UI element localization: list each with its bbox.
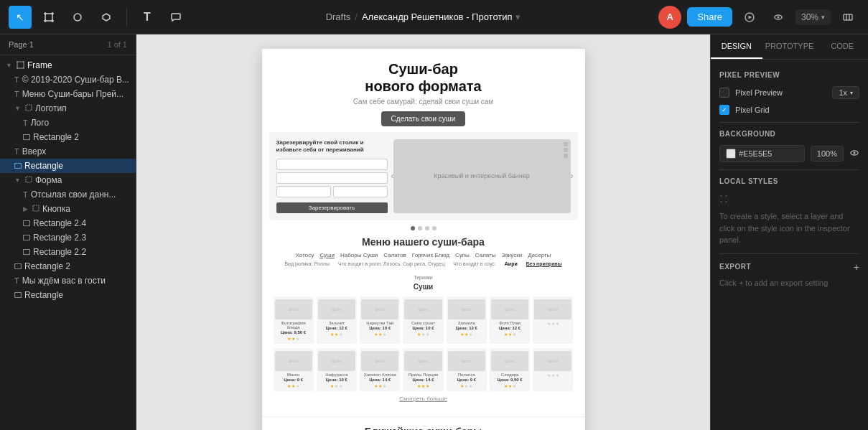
layer-frame[interactable]: ▼ Frame [0,58,136,73]
layer-rectangle[interactable]: Rectangle [0,159,136,173]
menu-filter: Вид ролика: Роллы Что входит в ролл: Лос… [274,261,574,280]
visibility-button[interactable] [849,148,859,160]
menu-nav: Хотосу Суши Наборы Суши Салатов Горячих … [274,252,574,258]
layer-knopka[interactable]: ▶ Кнопка [0,202,136,216]
form-input-3[interactable] [276,186,331,197]
pixel-preview-checkbox[interactable] [719,88,729,98]
menu-item[interactable]: фото Хапикол Аляска Цена: 14 € ★★★ [360,348,400,391]
svg-rect-30 [15,264,22,269]
menu-item[interactable]: фото Полноса Цена: 9 € ★★★ [447,348,487,391]
text-tool[interactable]: T [136,6,159,29]
drafts-label[interactable]: Drafts [326,11,351,22]
share-button[interactable]: Share [687,7,732,27]
text-icon-2: T [14,90,19,98]
layer-vverh[interactable]: T Вверх [0,144,136,159]
frame-tool[interactable] [37,6,60,29]
canvas: Суши-барнового формата Сам себе самурай:… [136,34,710,430]
menu-item[interactable]: фото Фотография блюда Цена: 9,50 € ★★★ [274,296,314,344]
layer-rect2b[interactable]: Rectangle 2 [0,259,136,274]
rect-icon-2 [14,162,22,170]
tab-prototype[interactable]: PROTOTYPE [762,34,817,59]
page-label[interactable]: Page 1 [9,40,34,49]
project-name[interactable]: Александр Решетников - Прототип ▾ [362,11,521,22]
layer-my-zhdem[interactable]: T Мы ждём вас в гости [0,274,136,288]
menu-item-name: Слидера [491,373,528,377]
layer-rect23[interactable]: Rectangle 2.3 [0,230,136,245]
svg-rect-14 [844,14,852,20]
layer-logotip[interactable]: ▼ Логотип [0,101,136,116]
eye-button[interactable] [767,6,790,29]
hero-prev-btn[interactable]: ‹ [391,171,394,181]
circle-tool[interactable] [66,6,89,29]
menu-item-price: Цена: 9 € [448,378,485,382]
layer-otsylaya[interactable]: T Отсылая свои данн... [0,187,136,202]
menu-item-price: Цена: 12 € [491,326,528,330]
layer-copyright[interactable]: T © 2019-2020 Суши-бар В... [0,73,136,87]
menu-item[interactable]: фото Слидера Цена: 9,50 € ★★★ [490,348,530,391]
bg-color-value[interactable]: #E5E5E5 [719,145,805,162]
layer-logo[interactable]: T Лого [0,116,136,130]
menu-item-img: фото [534,351,571,371]
menu-item[interactable]: фото Нафурасса Цена: 10 € ★★★ [317,348,357,391]
avatar[interactable]: A [658,6,681,29]
dot-1[interactable] [411,226,415,230]
layer-logo-label: Лого [31,118,49,128]
menu-item[interactable]: фото Прилы Порция Цена: 14 € ★★★ [403,348,443,391]
pixel-preview-row: Pixel Preview 1x ▾ [719,86,859,99]
dot-4[interactable] [432,226,437,230]
show-more-link[interactable]: Смотреть больше [274,396,574,402]
dot-2[interactable] [418,226,422,230]
menu-item[interactable]: фото Сина сушит Цена: 10 € ★★★ [403,296,443,344]
tab-design[interactable]: DESIGN [711,34,762,59]
component-icon-2 [25,176,32,184]
bg-opacity-value[interactable]: 100% [811,146,844,162]
layer-rect2[interactable]: Rectangle 2 [0,130,136,144]
form-submit[interactable]: Зарезервировать [276,202,388,213]
layer-rect24[interactable]: Rectangle 2.4 [0,216,136,230]
hero-cta-button[interactable]: Сделать свои суши [381,111,466,126]
layer-rectangle-bottom-label: Rectangle [24,290,63,300]
menu-item-stars: ★★★ [275,336,312,341]
library-button[interactable] [836,6,859,29]
hero-next-btn[interactable]: › [571,171,574,181]
comment-tool[interactable] [164,6,187,29]
pixel-grid-checkbox[interactable]: ✓ [719,105,729,115]
pixel-grid-label: Pixel Grid [735,106,770,114]
menu-item[interactable]: фото Манго Цена: 9 € ★★★ [274,348,314,391]
menu-item[interactable]: фото Залиила Цена: 12 € ★★★ [447,296,487,344]
zoom-control[interactable]: 30% ▾ [795,9,831,25]
layer-vverh-label: Вверх [22,146,46,156]
tab-code[interactable]: CODE [816,34,868,59]
layer-rect22-label: Rectangle 2.2 [33,247,86,257]
svg-point-13 [777,16,779,18]
menu-item[interactable]: фото Фото Плая Цена: 12 € ★★★ [490,296,530,344]
menu-item-name: Манго [275,373,312,377]
layer-forma[interactable]: ▼ Форма [0,173,136,187]
layer-menu-preview[interactable]: T Меню Суши-бары Прей... [0,87,136,101]
layer-copyright-label: © 2019-2020 Суши-бар В... [22,75,129,85]
select-tool[interactable]: ↖ [9,6,32,29]
menu-item[interactable]: фото Нариутки Тай Цена: 10 € ★★★ [360,296,400,344]
layer-rect22[interactable]: Rectangle 2.2 [0,245,136,259]
menu-item[interactable]: фото ★★★ [533,348,573,391]
form-input-4[interactable] [333,186,388,197]
play-button[interactable] [738,6,761,29]
export-add-button[interactable]: + [854,261,859,273]
dot-3[interactable] [425,226,429,230]
component-icon [25,104,32,113]
export-header: EXPORT + [719,261,859,273]
menu-item[interactable]: фото ★★★ [533,296,573,344]
menu-item-img: фото [404,351,442,371]
layer-rectangle-bottom[interactable]: Rectangle [0,288,136,302]
divider-1 [719,122,859,123]
form-input-2[interactable] [276,172,388,184]
menu-item-stars: ★★★ [275,383,312,388]
shape-tool[interactable] [95,6,118,29]
pixel-zoom-control[interactable]: 1x ▾ [832,86,859,99]
menu-item-name: Зальчит [318,321,355,325]
text-icon: T [14,75,19,84]
form-input-1[interactable] [276,159,388,170]
menu-item-img: фото [448,351,485,371]
menu-item-img: фото [491,299,528,319]
menu-item[interactable]: фото Зальчит Цена: 12 € ★★★ [317,296,357,344]
